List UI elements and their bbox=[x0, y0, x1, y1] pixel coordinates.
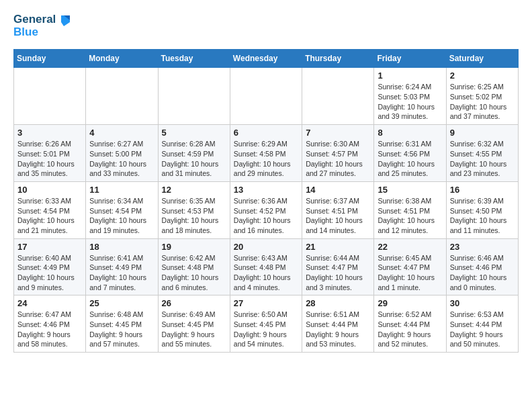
cell-content: Sunrise: 6:50 AM bbox=[234, 310, 298, 320]
cell-content: Sunrise: 6:48 AM bbox=[89, 310, 154, 320]
cell-content: Sunset: 4:50 PM bbox=[450, 206, 515, 216]
cell-content: Sunrise: 6:41 AM bbox=[89, 253, 154, 263]
cell-content: and 7 minutes. bbox=[89, 283, 154, 293]
calendar-cell bbox=[158, 68, 230, 125]
day-number: 5 bbox=[162, 128, 226, 138]
day-number: 6 bbox=[234, 128, 298, 138]
calendar-cell: 30Sunrise: 6:53 AMSunset: 4:44 PMDayligh… bbox=[446, 295, 518, 353]
calendar-week-1: 1Sunrise: 6:24 AMSunset: 5:03 PMDaylight… bbox=[14, 68, 519, 125]
weekday-header-saturday: Saturday bbox=[446, 50, 518, 68]
cell-content: Sunset: 4:49 PM bbox=[17, 263, 82, 273]
calendar-cell: 1Sunrise: 6:24 AMSunset: 5:03 PMDaylight… bbox=[374, 68, 446, 125]
cell-content: Sunrise: 6:32 AM bbox=[450, 139, 515, 149]
weekday-header-monday: Monday bbox=[86, 50, 158, 68]
calendar-cell: 29Sunrise: 6:52 AMSunset: 4:44 PMDayligh… bbox=[374, 295, 446, 353]
cell-content: Daylight: 10 hours bbox=[234, 273, 298, 283]
calendar-cell: 10Sunrise: 6:33 AMSunset: 4:54 PMDayligh… bbox=[14, 181, 86, 238]
day-number: 20 bbox=[234, 242, 298, 252]
cell-content: Sunset: 4:51 PM bbox=[306, 206, 370, 216]
day-number: 7 bbox=[306, 128, 370, 138]
cell-content: Daylight: 10 hours bbox=[450, 273, 515, 283]
day-number: 30 bbox=[450, 298, 515, 308]
cell-content: Sunrise: 6:36 AM bbox=[234, 196, 298, 206]
page-header: General Blue bbox=[13, 13, 519, 38]
cell-content: and 1 minute. bbox=[378, 283, 442, 293]
calendar-cell: 24Sunrise: 6:47 AMSunset: 4:46 PMDayligh… bbox=[14, 295, 86, 353]
cell-content: and 37 minutes. bbox=[450, 111, 515, 122]
cell-content: and 57 minutes. bbox=[89, 339, 154, 349]
calendar-cell: 15Sunrise: 6:38 AMSunset: 4:51 PMDayligh… bbox=[374, 181, 446, 238]
calendar-cell: 13Sunrise: 6:36 AMSunset: 4:52 PMDayligh… bbox=[230, 181, 302, 238]
cell-content: and 12 minutes. bbox=[378, 226, 442, 236]
cell-content: Daylight: 10 hours bbox=[162, 159, 226, 169]
cell-content: Sunset: 5:00 PM bbox=[89, 149, 154, 159]
cell-content: and 9 minutes. bbox=[17, 283, 82, 293]
calendar-cell: 9Sunrise: 6:32 AMSunset: 4:55 PMDaylight… bbox=[446, 125, 518, 182]
cell-content: and 6 minutes. bbox=[162, 283, 226, 293]
calendar-cell: 7Sunrise: 6:30 AMSunset: 4:57 PMDaylight… bbox=[302, 125, 374, 182]
weekday-header-wednesday: Wednesday bbox=[230, 50, 302, 68]
cell-content: Daylight: 10 hours bbox=[17, 216, 82, 226]
day-number: 19 bbox=[162, 242, 226, 252]
calendar-cell: 21Sunrise: 6:44 AMSunset: 4:47 PMDayligh… bbox=[302, 238, 374, 295]
calendar-cell: 5Sunrise: 6:28 AMSunset: 4:59 PMDaylight… bbox=[158, 125, 230, 182]
calendar-table: SundayMondayTuesdayWednesdayThursdayFrid… bbox=[13, 49, 519, 353]
calendar-cell: 3Sunrise: 6:26 AMSunset: 5:01 PMDaylight… bbox=[14, 125, 86, 182]
cell-content: Daylight: 10 hours bbox=[450, 102, 515, 112]
cell-content: Sunrise: 6:35 AM bbox=[162, 196, 226, 206]
cell-content: Sunset: 4:55 PM bbox=[450, 149, 515, 159]
logo-wordmark: General Blue bbox=[13, 13, 70, 38]
cell-content: and 54 minutes. bbox=[234, 339, 298, 349]
cell-content: Sunset: 5:02 PM bbox=[450, 92, 515, 102]
calendar-cell: 23Sunrise: 6:46 AMSunset: 4:46 PMDayligh… bbox=[446, 238, 518, 295]
cell-content: Sunset: 4:52 PM bbox=[234, 206, 298, 216]
cell-content: Sunset: 4:56 PM bbox=[378, 149, 442, 159]
cell-content: Daylight: 9 hours bbox=[306, 330, 370, 340]
calendar-cell: 11Sunrise: 6:34 AMSunset: 4:54 PMDayligh… bbox=[86, 181, 158, 238]
day-number: 24 bbox=[17, 298, 82, 308]
cell-content: Sunset: 4:44 PM bbox=[306, 320, 370, 330]
cell-content: Sunset: 4:49 PM bbox=[89, 263, 154, 273]
cell-content: and 21 minutes. bbox=[17, 226, 82, 236]
calendar-week-4: 17Sunrise: 6:40 AMSunset: 4:49 PMDayligh… bbox=[14, 238, 519, 295]
cell-content: Daylight: 9 hours bbox=[378, 330, 442, 340]
cell-content: Sunset: 4:51 PM bbox=[378, 206, 442, 216]
cell-content: Sunrise: 6:31 AM bbox=[378, 139, 442, 149]
cell-content: Sunrise: 6:49 AM bbox=[162, 310, 226, 320]
logo: General Blue bbox=[13, 13, 70, 38]
cell-content: Daylight: 10 hours bbox=[17, 159, 82, 169]
cell-content: Sunset: 4:46 PM bbox=[450, 263, 515, 273]
calendar-cell: 28Sunrise: 6:51 AMSunset: 4:44 PMDayligh… bbox=[302, 295, 374, 353]
calendar-cell: 2Sunrise: 6:25 AMSunset: 5:02 PMDaylight… bbox=[446, 68, 518, 125]
cell-content: and 29 minutes. bbox=[234, 169, 298, 179]
day-number: 28 bbox=[306, 298, 370, 308]
cell-content: Sunrise: 6:28 AM bbox=[162, 139, 226, 149]
day-number: 17 bbox=[17, 242, 82, 252]
cell-content: Sunrise: 6:53 AM bbox=[450, 310, 515, 320]
calendar-cell: 27Sunrise: 6:50 AMSunset: 4:45 PMDayligh… bbox=[230, 295, 302, 353]
cell-content: Sunset: 4:47 PM bbox=[306, 263, 370, 273]
day-number: 8 bbox=[378, 128, 442, 138]
day-number: 4 bbox=[89, 128, 154, 138]
cell-content: Daylight: 10 hours bbox=[306, 273, 370, 283]
cell-content: Daylight: 10 hours bbox=[450, 159, 515, 169]
cell-content: and 11 minutes. bbox=[450, 226, 515, 236]
calendar-cell: 14Sunrise: 6:37 AMSunset: 4:51 PMDayligh… bbox=[302, 181, 374, 238]
calendar-week-2: 3Sunrise: 6:26 AMSunset: 5:01 PMDaylight… bbox=[14, 125, 519, 182]
cell-content: and 3 minutes. bbox=[306, 283, 370, 293]
cell-content: Sunrise: 6:30 AM bbox=[306, 139, 370, 149]
cell-content: Sunrise: 6:27 AM bbox=[89, 139, 154, 149]
cell-content: and 31 minutes. bbox=[162, 169, 226, 179]
calendar-week-5: 24Sunrise: 6:47 AMSunset: 4:46 PMDayligh… bbox=[14, 295, 519, 353]
calendar-cell bbox=[230, 68, 302, 125]
cell-content: Sunset: 5:03 PM bbox=[378, 92, 442, 102]
cell-content: Sunrise: 6:34 AM bbox=[89, 196, 154, 206]
day-number: 22 bbox=[378, 242, 442, 252]
day-number: 18 bbox=[89, 242, 154, 252]
day-number: 29 bbox=[378, 298, 442, 308]
cell-content: and 27 minutes. bbox=[306, 169, 370, 179]
cell-content: Sunset: 4:44 PM bbox=[378, 320, 442, 330]
cell-content: and 52 minutes. bbox=[378, 339, 442, 349]
cell-content: Sunrise: 6:37 AM bbox=[306, 196, 370, 206]
cell-content: and 35 minutes. bbox=[17, 169, 82, 179]
